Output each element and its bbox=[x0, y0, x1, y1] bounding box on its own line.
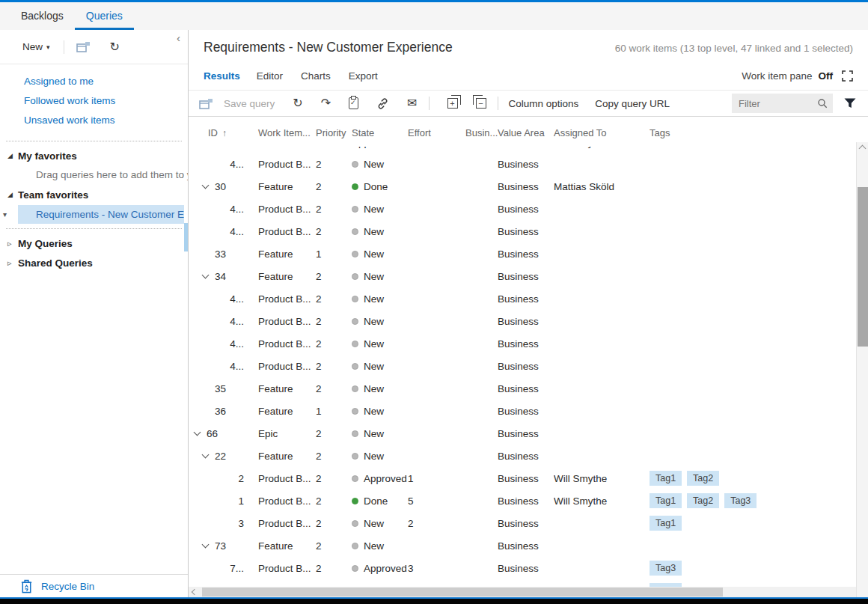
horizontal-scrollbar-thumb[interactable] bbox=[202, 588, 723, 597]
column-header-priority[interactable]: Priority bbox=[316, 127, 352, 138]
recycle-bin-row[interactable]: Recycle Bin bbox=[0, 574, 188, 597]
work-item-priority: 2 bbox=[316, 518, 352, 529]
column-header-work-item-type[interactable]: Work Item... bbox=[258, 127, 316, 138]
work-item-id: 22 bbox=[215, 451, 226, 462]
tab-backlogs[interactable]: Backlogs bbox=[10, 2, 75, 30]
table-row[interactable]: 4... Product B... 2 New Business bbox=[189, 220, 868, 242]
save-query-button[interactable]: Save query bbox=[224, 98, 275, 109]
work-item-type: Product B... bbox=[258, 473, 316, 484]
column-header-effort[interactable]: Effort bbox=[408, 127, 465, 138]
work-item-priority: 2 bbox=[316, 204, 352, 215]
table-row[interactable]: 66 Epic 2 New Business bbox=[189, 422, 868, 445]
expand-all-icon[interactable]: + bbox=[447, 98, 458, 109]
column-header-assigned-to[interactable]: Assigned To bbox=[554, 127, 650, 138]
tab-results[interactable]: Results bbox=[204, 70, 240, 82]
table-row[interactable]: 3 Product B... 2 New 2 Business Tag1 bbox=[189, 512, 868, 534]
tab-export[interactable]: Export bbox=[349, 70, 378, 82]
table-row[interactable]: 4... Product B... 2 New Business bbox=[189, 153, 868, 175]
work-item-type: Feature bbox=[258, 248, 316, 260]
expand-chevron-icon[interactable] bbox=[202, 271, 210, 278]
table-row[interactable]: 35 Feature 2 New Business bbox=[189, 377, 868, 400]
table-row[interactable]: 4... Product B... 2 New Business bbox=[189, 332, 868, 355]
sidebar-scrollbar-thumb[interactable] bbox=[184, 223, 188, 251]
refresh-icon[interactable]: ↻ bbox=[110, 40, 120, 54]
column-header-value-area[interactable]: Value Area bbox=[498, 127, 554, 138]
column-header-business[interactable]: Busin... bbox=[465, 127, 498, 138]
table-row[interactable]: 22 Feature 2 New Business bbox=[189, 445, 868, 467]
state-dot-icon bbox=[352, 228, 358, 235]
filter-funnel-icon[interactable] bbox=[844, 98, 856, 109]
sidebar-link-assigned-to-me[interactable]: Assigned to me bbox=[0, 72, 188, 91]
work-item-priority: 2 bbox=[316, 451, 352, 462]
work-item-type: Feature bbox=[258, 181, 316, 192]
new-query-button[interactable]: New bbox=[22, 41, 43, 52]
horizontal-scrollbar[interactable] bbox=[189, 587, 856, 597]
tab-queries[interactable]: Queries bbox=[75, 2, 134, 30]
work-item-type: Product B... bbox=[258, 159, 316, 170]
table-row[interactable]: 33 Feature 1 New Business bbox=[189, 242, 868, 265]
work-item-state: New bbox=[352, 540, 408, 552]
query-view-icon[interactable] bbox=[199, 98, 213, 109]
link-icon[interactable] bbox=[376, 97, 389, 110]
section-my-favorites[interactable]: ◢ My favorites bbox=[0, 146, 188, 165]
expand-chevron-icon[interactable] bbox=[194, 428, 201, 436]
column-header-state[interactable]: State bbox=[352, 127, 408, 138]
tab-charts[interactable]: Charts bbox=[301, 70, 331, 82]
table-row[interactable]: 36 Feature 1 New Business bbox=[189, 400, 868, 422]
work-item-effort: 5 bbox=[408, 495, 465, 507]
table-row[interactable]: 4... Product B... 2 New Business bbox=[189, 287, 868, 310]
expand-chevron-icon[interactable] bbox=[202, 451, 210, 458]
table-row[interactable]: 73 Feature 2 New Business bbox=[189, 534, 868, 557]
section-my-queries[interactable]: ▹ My Queries bbox=[0, 234, 188, 253]
table-row[interactable]: 7... Product B... 2 Approved 3 Business … bbox=[189, 557, 868, 579]
state-dot-icon bbox=[352, 543, 358, 549]
table-row[interactable]: 4... Product B... 2 New Business bbox=[189, 355, 868, 377]
scroll-left-arrow-icon[interactable] bbox=[192, 589, 198, 595]
table-row[interactable]: 4... Product B... 2 New Business bbox=[189, 198, 868, 220]
table-row[interactable]: Approved Will Smythe bbox=[189, 147, 868, 153]
work-item-state: New bbox=[352, 406, 408, 417]
copy-query-url-button[interactable]: Copy query URL bbox=[595, 98, 670, 109]
sidebar-link-unsaved-work-items[interactable]: Unsaved work items bbox=[0, 111, 188, 130]
column-options-button[interactable]: Column options bbox=[509, 98, 579, 109]
fullscreen-icon[interactable] bbox=[842, 70, 853, 82]
sidebar-links: Assigned to me Followed work items Unsav… bbox=[0, 64, 188, 136]
work-item-pane-toggle[interactable]: Off bbox=[819, 70, 834, 82]
context-menu-chevron-icon[interactable]: ▾ bbox=[3, 210, 7, 219]
redo-arrow-icon[interactable]: ↷ bbox=[321, 97, 331, 109]
work-item-id: 73 bbox=[215, 540, 226, 552]
vertical-scrollbar[interactable] bbox=[856, 142, 868, 597]
column-header-id[interactable]: ID↑ bbox=[208, 127, 258, 138]
query-sidebar: ‹ New ▾ ↻ Assigned to me Followed work i… bbox=[0, 30, 189, 597]
table-row[interactable]: 2 Product B... 2 Approved 1 Business Wil… bbox=[189, 467, 868, 489]
section-team-favorites[interactable]: ◢ Team favorites bbox=[0, 185, 188, 204]
refresh-icon[interactable]: ↻ bbox=[293, 97, 302, 109]
clipboard-check-icon[interactable] bbox=[349, 97, 358, 109]
work-item-priority: 2 bbox=[316, 540, 352, 552]
work-item-type: Feature bbox=[258, 383, 316, 394]
collapse-all-icon[interactable]: − bbox=[476, 98, 486, 109]
expand-chevron-icon[interactable] bbox=[202, 181, 210, 189]
table-row[interactable]: 34 Feature 2 New Business bbox=[189, 265, 868, 287]
sidebar-item-selected-query[interactable]: Requirements - New Customer Exp... bbox=[18, 205, 184, 224]
collapse-sidebar-icon[interactable]: ‹ bbox=[177, 31, 180, 44]
table-header: ID↑ Work Item... Priority State Effort B… bbox=[189, 120, 868, 145]
table-row[interactable]: 30 Feature 2 Done Business Mattias Sköld bbox=[189, 175, 868, 198]
expand-chevron-icon[interactable] bbox=[202, 540, 210, 548]
work-item-state: New bbox=[352, 361, 408, 372]
work-item-value-area: Business bbox=[498, 518, 554, 529]
tag-pill: Tag1 bbox=[650, 493, 682, 508]
scroll-up-arrow-icon[interactable] bbox=[859, 145, 867, 153]
column-header-tags[interactable]: Tags bbox=[650, 127, 868, 138]
section-shared-queries[interactable]: ▹ Shared Queries bbox=[0, 253, 188, 272]
vertical-scrollbar-thumb[interactable] bbox=[858, 187, 868, 347]
table-row[interactable]: 4... Product B... 2 New Business bbox=[189, 310, 868, 332]
work-item-state: New bbox=[352, 338, 408, 350]
work-item-state: New bbox=[352, 293, 408, 305]
open-query-icon[interactable] bbox=[76, 41, 91, 52]
sidebar-link-followed-work-items[interactable]: Followed work items bbox=[0, 91, 188, 111]
tab-editor[interactable]: Editor bbox=[257, 70, 283, 82]
email-query-icon[interactable]: ✉ bbox=[407, 97, 417, 109]
filter-input[interactable] bbox=[739, 98, 817, 109]
table-row[interactable]: 1 Product B... 2 Done 5 Business Will Sm… bbox=[189, 489, 868, 512]
